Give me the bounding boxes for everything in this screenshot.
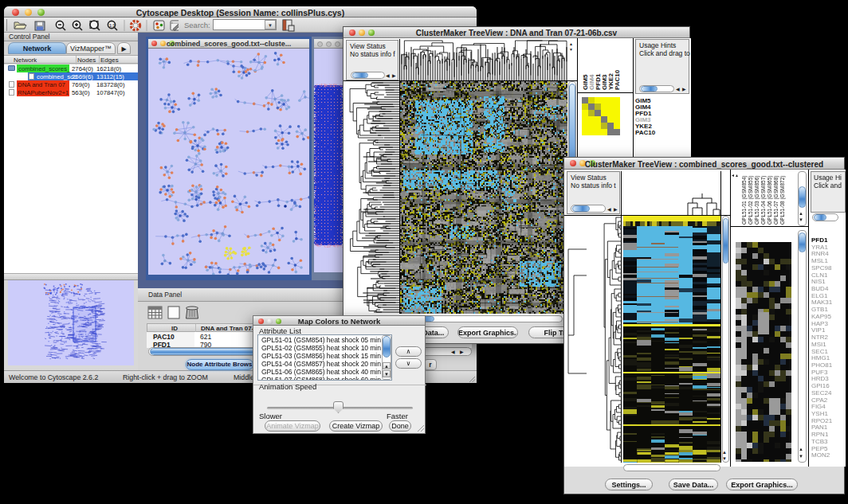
svg-text:1:1: 1:1 bbox=[109, 23, 115, 28]
